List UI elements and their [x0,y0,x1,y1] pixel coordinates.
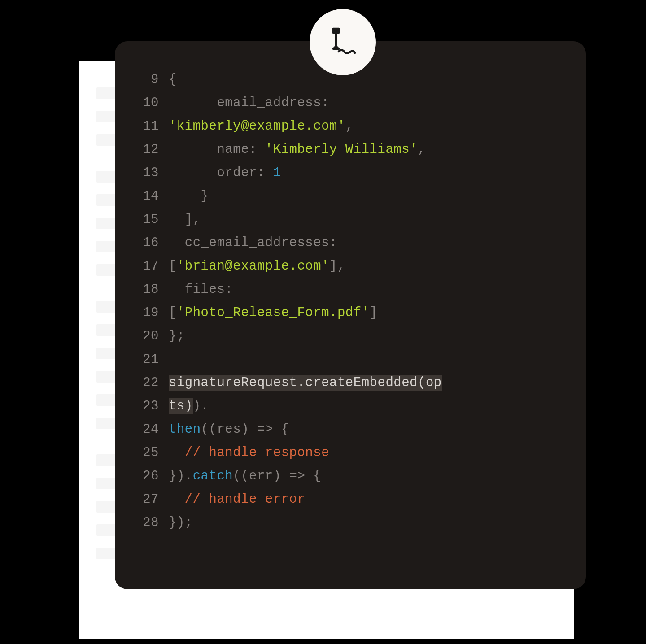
code-line[interactable]: 13 order: 1 [133,161,564,185]
line-content[interactable]: email_address: [169,91,564,115]
code-token: then [169,422,201,437]
line-number: 19 [133,301,159,325]
code-token: 'brian@example.com' [177,259,329,274]
code-token: 'kimberly@example.com' [169,119,345,134]
line-number: 23 [133,395,159,418]
code-token: ((res) => { [201,422,289,437]
line-content[interactable]: }); [169,511,564,535]
code-line[interactable]: 17['brian@example.com'], [133,255,564,278]
code-token: { [169,72,177,87]
line-number: 17 [133,255,159,278]
code-token [169,282,185,297]
code-editor-panel[interactable]: 9{10 email_address:11'kimberly@example.c… [115,41,586,589]
line-number: 21 [133,348,159,371]
line-content[interactable]: ts)). [169,395,564,418]
sign-icon [327,26,359,58]
code-token: , [418,142,426,157]
code-token: ], [329,259,345,274]
line-content[interactable]: ], [169,208,564,231]
code-line[interactable]: 22signatureRequest.createEmbedded(op [133,371,564,395]
code-line[interactable]: 20}; [133,325,564,348]
code-token [169,235,185,250]
line-number: 26 [133,465,159,488]
code-token: }); [169,515,193,530]
line-number: 15 [133,208,159,231]
code-line[interactable]: 12 name: 'Kimberly Williams', [133,138,564,161]
code-token [169,142,217,157]
code-token: ((err) => { [233,469,321,483]
line-number: 14 [133,185,159,208]
line-number: 18 [133,278,159,301]
code-token [169,492,185,507]
code-token: [ [169,305,177,320]
line-number: 10 [133,91,159,115]
line-number: 16 [133,231,159,255]
code-line[interactable]: 26}).catch((err) => { [133,465,564,488]
code-token: signatureRequest.createEmbedded(op [169,375,442,391]
code-token: 'Kimberly Williams' [265,142,418,157]
code-line[interactable]: 10 email_address: [133,91,564,115]
code-token: ts) [169,398,193,414]
code-token: email_address: [217,96,329,110]
line-content[interactable]: }).catch((err) => { [169,465,564,488]
code-token: ], [169,212,201,227]
code-line[interactable]: 16 cc_email_addresses: [133,231,564,255]
line-number: 27 [133,488,159,511]
code-token [169,165,217,180]
code-token: 'Photo_Release_Form.pdf' [177,305,370,320]
sign-badge [310,9,376,75]
code-token: }; [169,329,185,344]
code-token: // handle response [185,445,329,460]
line-content[interactable]: name: 'Kimberly Williams', [169,138,564,161]
code-token: name: [217,142,265,157]
code-line[interactable]: 19['Photo_Release_Form.pdf'] [133,301,564,325]
line-number: 25 [133,441,159,465]
line-number: 20 [133,325,159,348]
line-number: 12 [133,138,159,161]
code-token: ] [370,305,378,320]
code-token: }). [169,469,193,483]
line-content[interactable]: then((res) => { [169,418,564,441]
code-token: } [169,189,209,204]
code-token: // handle error [185,492,306,507]
code-token [169,96,217,110]
line-number: 24 [133,418,159,441]
line-content[interactable]: ['Photo_Release_Form.pdf'] [169,301,564,325]
code-line[interactable]: 21 [133,348,564,371]
line-number: 28 [133,511,159,535]
line-content[interactable]: signatureRequest.createEmbedded(op [169,371,564,395]
line-content[interactable]: // handle response [169,441,564,465]
code-line[interactable]: 28}); [133,511,564,535]
line-content[interactable]: }; [169,325,564,348]
code-line[interactable]: 15 ], [133,208,564,231]
line-content[interactable]: } [169,185,564,208]
line-number: 9 [133,68,159,91]
svg-rect-0 [333,29,339,33]
code-content-area[interactable]: 9{10 email_address:11'kimberly@example.c… [133,68,564,535]
code-token: files: [185,282,233,297]
line-number: 11 [133,115,159,138]
line-number: 13 [133,161,159,185]
code-token: [ [169,259,177,274]
code-token: 1 [273,165,281,180]
code-token: ). [193,399,209,413]
code-line[interactable]: 25 // handle response [133,441,564,465]
line-number: 22 [133,371,159,395]
line-content[interactable]: 'kimberly@example.com', [169,115,564,138]
code-line[interactable]: 18 files: [133,278,564,301]
line-content[interactable]: order: 1 [169,161,564,185]
code-line[interactable]: 14 } [133,185,564,208]
line-content[interactable]: ['brian@example.com'], [169,255,564,278]
code-line[interactable]: 27 // handle error [133,488,564,511]
line-content[interactable]: files: [169,278,564,301]
line-content[interactable]: { [169,68,564,91]
line-content[interactable]: // handle error [169,488,564,511]
line-content[interactable]: cc_email_addresses: [169,231,564,255]
code-token: order: [217,165,273,180]
code-line[interactable]: 11'kimberly@example.com', [133,115,564,138]
code-token [169,445,185,460]
code-line[interactable]: 23ts)). [133,395,564,418]
code-token: , [345,119,354,134]
code-line[interactable]: 24then((res) => { [133,418,564,441]
code-token: catch [193,469,233,483]
